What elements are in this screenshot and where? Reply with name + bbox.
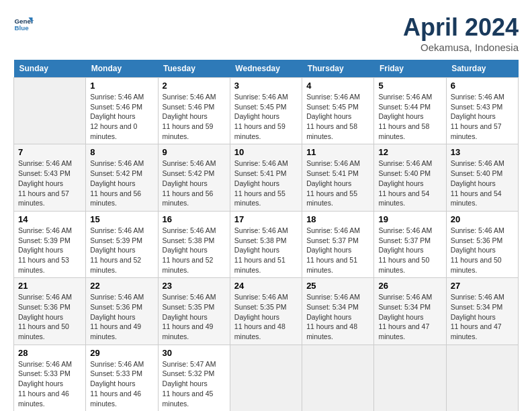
day-info: Sunrise: 5:46 AM Sunset: 5:34 PM Dayligh… (451, 292, 514, 341)
calendar-cell: 17 Sunrise: 5:46 AM Sunset: 5:38 PM Dayl… (230, 211, 302, 277)
weekday-header-sunday: Sunday (14, 60, 86, 78)
day-number: 22 (90, 281, 153, 291)
calendar-table: SundayMondayTuesdayWednesdayThursdayFrid… (13, 60, 519, 411)
logo-icon: General Blue (13, 13, 34, 34)
day-info: Sunrise: 5:46 AM Sunset: 5:46 PM Dayligh… (90, 92, 153, 141)
day-info: Sunrise: 5:46 AM Sunset: 5:37 PM Dayligh… (306, 226, 369, 275)
calendar-week-2: 7 Sunrise: 5:46 AM Sunset: 5:43 PM Dayli… (14, 144, 519, 211)
day-number: 20 (451, 214, 514, 224)
day-info: Sunrise: 5:46 AM Sunset: 5:36 PM Dayligh… (18, 292, 81, 341)
day-number: 14 (18, 214, 81, 224)
day-number: 5 (378, 81, 441, 91)
calendar-cell: 18 Sunrise: 5:46 AM Sunset: 5:37 PM Dayl… (302, 211, 374, 277)
day-number: 30 (163, 348, 226, 358)
calendar-cell: 13 Sunrise: 5:46 AM Sunset: 5:40 PM Dayl… (446, 144, 518, 211)
calendar-cell (302, 345, 374, 411)
day-number: 26 (378, 281, 441, 291)
day-number: 27 (451, 281, 514, 291)
calendar-cell: 8 Sunrise: 5:46 AM Sunset: 5:42 PM Dayli… (86, 144, 158, 211)
calendar-cell: 25 Sunrise: 5:46 AM Sunset: 5:34 PM Dayl… (302, 278, 374, 345)
weekday-header-thursday: Thursday (302, 60, 374, 78)
day-number: 13 (451, 147, 514, 157)
day-info: Sunrise: 5:46 AM Sunset: 5:33 PM Dayligh… (90, 359, 153, 408)
day-number: 3 (234, 81, 298, 91)
calendar-cell: 30 Sunrise: 5:47 AM Sunset: 5:32 PM Dayl… (158, 345, 230, 411)
day-info: Sunrise: 5:46 AM Sunset: 5:36 PM Dayligh… (451, 226, 514, 275)
calendar-cell: 12 Sunrise: 5:46 AM Sunset: 5:40 PM Dayl… (374, 144, 446, 211)
day-number: 19 (378, 214, 441, 224)
day-number: 12 (378, 147, 441, 157)
day-number: 16 (163, 214, 226, 224)
day-number: 4 (306, 81, 369, 91)
calendar-cell: 27 Sunrise: 5:46 AM Sunset: 5:34 PM Dayl… (446, 278, 518, 345)
page-header: General Blue April 2024 Oekamusa, Indone… (13, 13, 519, 53)
calendar-cell: 9 Sunrise: 5:46 AM Sunset: 5:42 PM Dayli… (158, 144, 230, 211)
day-number: 15 (90, 214, 153, 224)
day-number: 23 (163, 281, 226, 291)
weekday-header-saturday: Saturday (446, 60, 518, 78)
calendar-cell: 24 Sunrise: 5:46 AM Sunset: 5:35 PM Dayl… (230, 278, 302, 345)
logo: General Blue (13, 13, 34, 34)
day-number: 7 (18, 147, 81, 157)
day-number: 10 (234, 147, 298, 157)
calendar-cell: 7 Sunrise: 5:46 AM Sunset: 5:43 PM Dayli… (14, 144, 86, 211)
weekday-header-friday: Friday (374, 60, 446, 78)
day-info: Sunrise: 5:46 AM Sunset: 5:41 PM Dayligh… (234, 158, 298, 208)
calendar-cell (230, 345, 302, 411)
day-info: Sunrise: 5:46 AM Sunset: 5:39 PM Dayligh… (18, 226, 81, 275)
weekday-header-wednesday: Wednesday (230, 60, 302, 78)
day-number: 11 (306, 147, 369, 157)
day-info: Sunrise: 5:46 AM Sunset: 5:34 PM Dayligh… (378, 292, 441, 341)
calendar-week-3: 14 Sunrise: 5:46 AM Sunset: 5:39 PM Dayl… (14, 211, 519, 277)
location: Oekamusa, Indonesia (403, 42, 519, 53)
day-number: 18 (306, 214, 369, 224)
calendar-cell: 19 Sunrise: 5:46 AM Sunset: 5:37 PM Dayl… (374, 211, 446, 277)
day-info: Sunrise: 5:46 AM Sunset: 5:40 PM Dayligh… (378, 158, 441, 208)
calendar-cell: 6 Sunrise: 5:46 AM Sunset: 5:43 PM Dayli… (446, 78, 518, 144)
day-number: 24 (234, 281, 298, 291)
calendar-cell: 4 Sunrise: 5:46 AM Sunset: 5:45 PM Dayli… (302, 78, 374, 144)
calendar-cell (14, 78, 86, 144)
calendar-week-1: 1 Sunrise: 5:46 AM Sunset: 5:46 PM Dayli… (14, 78, 519, 144)
day-number: 17 (234, 214, 298, 224)
day-info: Sunrise: 5:46 AM Sunset: 5:43 PM Dayligh… (451, 92, 514, 141)
day-info: Sunrise: 5:46 AM Sunset: 5:39 PM Dayligh… (90, 226, 153, 275)
month-title: April 2024 (403, 13, 519, 42)
calendar-cell: 28 Sunrise: 5:46 AM Sunset: 5:33 PM Dayl… (14, 345, 86, 411)
calendar-cell: 20 Sunrise: 5:46 AM Sunset: 5:36 PM Dayl… (446, 211, 518, 277)
day-info: Sunrise: 5:46 AM Sunset: 5:35 PM Dayligh… (163, 292, 226, 341)
day-number: 1 (90, 81, 153, 91)
calendar-cell: 16 Sunrise: 5:46 AM Sunset: 5:38 PM Dayl… (158, 211, 230, 277)
calendar-cell: 14 Sunrise: 5:46 AM Sunset: 5:39 PM Dayl… (14, 211, 86, 277)
day-number: 25 (306, 281, 369, 291)
day-info: Sunrise: 5:46 AM Sunset: 5:36 PM Dayligh… (90, 292, 153, 341)
day-info: Sunrise: 5:46 AM Sunset: 5:33 PM Dayligh… (18, 359, 81, 408)
weekday-header-row: SundayMondayTuesdayWednesdayThursdayFrid… (14, 60, 519, 78)
calendar-cell: 5 Sunrise: 5:46 AM Sunset: 5:44 PM Dayli… (374, 78, 446, 144)
day-info: Sunrise: 5:46 AM Sunset: 5:42 PM Dayligh… (163, 158, 226, 208)
calendar-cell: 11 Sunrise: 5:46 AM Sunset: 5:41 PM Dayl… (302, 144, 374, 211)
calendar-cell: 22 Sunrise: 5:46 AM Sunset: 5:36 PM Dayl… (86, 278, 158, 345)
calendar-week-4: 21 Sunrise: 5:46 AM Sunset: 5:36 PM Dayl… (14, 278, 519, 345)
weekday-header-tuesday: Tuesday (158, 60, 230, 78)
calendar-cell (374, 345, 446, 411)
day-info: Sunrise: 5:46 AM Sunset: 5:46 PM Dayligh… (163, 92, 226, 141)
calendar-cell: 21 Sunrise: 5:46 AM Sunset: 5:36 PM Dayl… (14, 278, 86, 345)
day-info: Sunrise: 5:46 AM Sunset: 5:45 PM Dayligh… (306, 92, 369, 141)
day-number: 8 (90, 147, 153, 157)
day-info: Sunrise: 5:46 AM Sunset: 5:40 PM Dayligh… (451, 158, 514, 208)
day-number: 28 (18, 348, 81, 358)
day-info: Sunrise: 5:46 AM Sunset: 5:41 PM Dayligh… (306, 158, 369, 208)
calendar-cell: 1 Sunrise: 5:46 AM Sunset: 5:46 PM Dayli… (86, 78, 158, 144)
day-number: 2 (163, 81, 226, 91)
calendar-cell: 26 Sunrise: 5:46 AM Sunset: 5:34 PM Dayl… (374, 278, 446, 345)
day-info: Sunrise: 5:46 AM Sunset: 5:44 PM Dayligh… (378, 92, 441, 141)
calendar-cell: 15 Sunrise: 5:46 AM Sunset: 5:39 PM Dayl… (86, 211, 158, 277)
day-number: 6 (451, 81, 514, 91)
calendar-cell: 23 Sunrise: 5:46 AM Sunset: 5:35 PM Dayl… (158, 278, 230, 345)
calendar-cell: 29 Sunrise: 5:46 AM Sunset: 5:33 PM Dayl… (86, 345, 158, 411)
day-info: Sunrise: 5:47 AM Sunset: 5:32 PM Dayligh… (163, 359, 226, 408)
day-info: Sunrise: 5:46 AM Sunset: 5:38 PM Dayligh… (234, 226, 298, 275)
calendar-week-5: 28 Sunrise: 5:46 AM Sunset: 5:33 PM Dayl… (14, 345, 519, 411)
weekday-header-monday: Monday (86, 60, 158, 78)
